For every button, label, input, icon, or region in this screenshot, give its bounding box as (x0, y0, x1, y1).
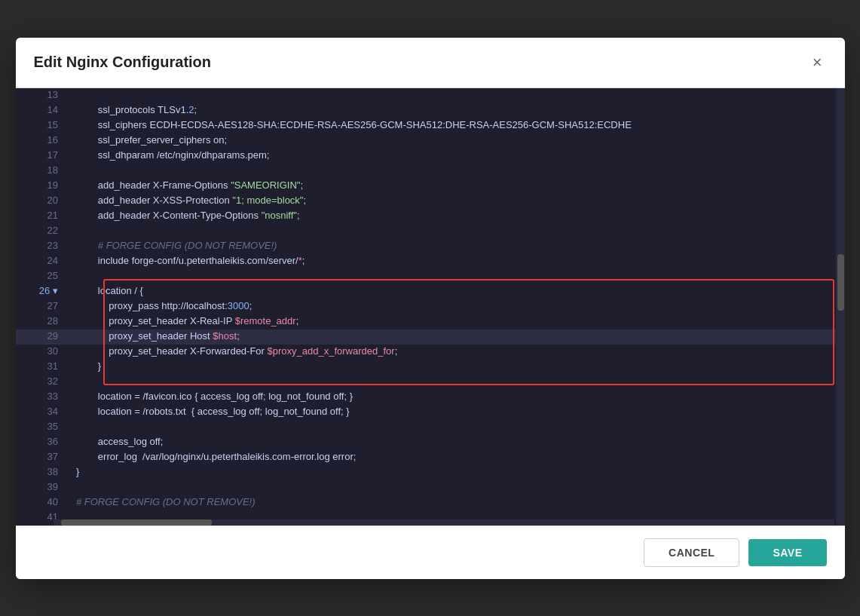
table-row: 17 ssl_dhparam /etc/nginx/dhparams.pem; (16, 149, 845, 164)
line-code: include forge-conf/u.peterthaleikis.com/… (70, 254, 845, 269)
line-number: 34 (16, 405, 70, 420)
line-code: location / { (70, 284, 845, 299)
line-code (70, 269, 845, 284)
modal: Edit Nginx Configuration × 13 (16, 38, 845, 579)
table-row: 18 (16, 164, 845, 179)
line-number: 30 (16, 345, 70, 360)
line-code: proxy_set_header X-Forwarded-For $proxy_… (70, 345, 845, 360)
table-row: 30 proxy_set_header X-Forwarded-For $pro… (16, 345, 845, 360)
line-code: ssl_ciphers ECDH-ECDSA-AES128-SHA:ECDHE-… (70, 118, 845, 133)
line-number: 36 (16, 435, 70, 450)
scrollbar-thumb[interactable] (837, 254, 844, 311)
table-row: 28 proxy_set_header X-Real-IP $remote_ad… (16, 314, 845, 329)
line-number: 26 ▾ (16, 284, 70, 299)
table-row: 20 add_header X-XSS-Protection "1; mode=… (16, 194, 845, 209)
line-code: ssl_protocols TLSv1.2; (70, 103, 845, 118)
line-number: 15 (16, 118, 70, 133)
line-number: 13 (16, 88, 70, 103)
line-number: 25 (16, 269, 70, 284)
modal-body: 13 14 ssl_protocols TLSv1.2; 15 (16, 88, 845, 526)
table-row: 31 } (16, 360, 845, 375)
modal-title: Edit Nginx Configuration (34, 54, 212, 71)
line-code (70, 420, 845, 435)
line-number: 40 (16, 495, 70, 510)
cancel-button[interactable]: CANCEL (644, 538, 739, 567)
line-number: 28 (16, 314, 70, 329)
table-row: 33 location = /favicon.ico { access_log … (16, 390, 845, 405)
line-code: } (70, 465, 845, 480)
line-code: error_log /var/log/nginx/u.peterthaleiki… (70, 450, 845, 465)
table-row: 35 (16, 420, 845, 435)
line-code: add_header X-XSS-Protection "1; mode=blo… (70, 194, 845, 209)
line-code: proxy_set_header Host $host; (70, 329, 845, 345)
table-row: 26 ▾ location / { (16, 284, 845, 299)
table-row: 25 (16, 269, 845, 284)
line-number: 22 (16, 224, 70, 239)
modal-header: Edit Nginx Configuration × (16, 38, 845, 88)
line-number: 39 (16, 480, 70, 495)
table-row: 37 error_log /var/log/nginx/u.peterthale… (16, 450, 845, 465)
line-code (70, 164, 845, 179)
table-row: 29 proxy_set_header Host $host; (16, 329, 845, 345)
line-code: # FORGE CONFIG (DO NOT REMOVE!) (70, 495, 845, 510)
horizontal-scrollbar-track[interactable] (54, 519, 834, 526)
line-number: 20 (16, 194, 70, 209)
line-code: } (70, 360, 845, 375)
table-row: 36 access_log off; (16, 435, 845, 450)
line-code (70, 224, 845, 239)
line-number: 23 (16, 239, 70, 254)
table-row: 22 (16, 224, 845, 239)
line-number: 24 (16, 254, 70, 269)
table-row: 15 ssl_ciphers ECDH-ECDSA-AES128-SHA:ECD… (16, 118, 845, 133)
table-row: 32 (16, 375, 845, 390)
line-number: 32 (16, 375, 70, 390)
table-row: 14 ssl_protocols TLSv1.2; (16, 103, 845, 118)
line-code (70, 480, 845, 495)
code-content: 13 14 ssl_protocols TLSv1.2; 15 (16, 88, 845, 526)
table-row: 19 add_header X-Frame-Options "SAMEORIGI… (16, 179, 845, 194)
scrollbar-track[interactable] (836, 88, 845, 526)
line-code: location = /robots.txt { access_log off;… (70, 405, 845, 420)
line-code: add_header X-Frame-Options "SAMEORIGIN"; (70, 179, 845, 194)
line-code: proxy_set_header X-Real-IP $remote_addr; (70, 314, 845, 329)
line-number: 16 (16, 133, 70, 149)
table-row: 23 # FORGE CONFIG (DO NOT REMOVE!) (16, 239, 845, 254)
line-code: # FORGE CONFIG (DO NOT REMOVE!) (70, 239, 845, 254)
table-row: 34 location = /robots.txt { access_log o… (16, 405, 845, 420)
code-editor[interactable]: 13 14 ssl_protocols TLSv1.2; 15 (16, 88, 845, 526)
table-row: 24 include forge-conf/u.peterthaleikis.c… (16, 254, 845, 269)
line-number: 14 (16, 103, 70, 118)
table-row: 16 ssl_prefer_server_ciphers on; (16, 133, 845, 149)
line-number: 35 (16, 420, 70, 435)
line-code (70, 88, 845, 103)
line-code: location = /favicon.ico { access_log off… (70, 390, 845, 405)
table-row: 13 (16, 88, 845, 103)
modal-overlay: Edit Nginx Configuration × 13 (0, 0, 860, 616)
table-row: 27 proxy_pass http://localhost:3000; (16, 299, 845, 314)
line-number: 17 (16, 149, 70, 164)
line-number: 18 (16, 164, 70, 179)
line-number: 37 (16, 450, 70, 465)
line-number: 21 (16, 209, 70, 224)
line-number: 38 (16, 465, 70, 480)
line-number: 19 (16, 179, 70, 194)
line-number: 27 (16, 299, 70, 314)
modal-footer: CANCEL SAVE (16, 526, 845, 579)
line-code: access_log off; (70, 435, 845, 450)
table-row: 39 (16, 480, 845, 495)
line-code (70, 375, 845, 390)
line-code: ssl_prefer_server_ciphers on; (70, 133, 845, 149)
line-code: add_header X-Content-Type-Options "nosni… (70, 209, 845, 224)
save-button[interactable]: SAVE (748, 539, 826, 566)
table-row: 38 } (16, 465, 845, 480)
line-number: 31 (16, 360, 70, 375)
close-button[interactable]: × (808, 51, 827, 74)
line-code: proxy_pass http://localhost:3000; (70, 299, 845, 314)
line-number: 33 (16, 390, 70, 405)
table-row: 21 add_header X-Content-Type-Options "no… (16, 209, 845, 224)
horizontal-scrollbar-thumb[interactable] (61, 519, 212, 526)
table-row: 40 # FORGE CONFIG (DO NOT REMOVE!) (16, 495, 845, 510)
line-code: ssl_dhparam /etc/nginx/dhparams.pem; (70, 149, 845, 164)
line-number: 29 (16, 329, 70, 345)
